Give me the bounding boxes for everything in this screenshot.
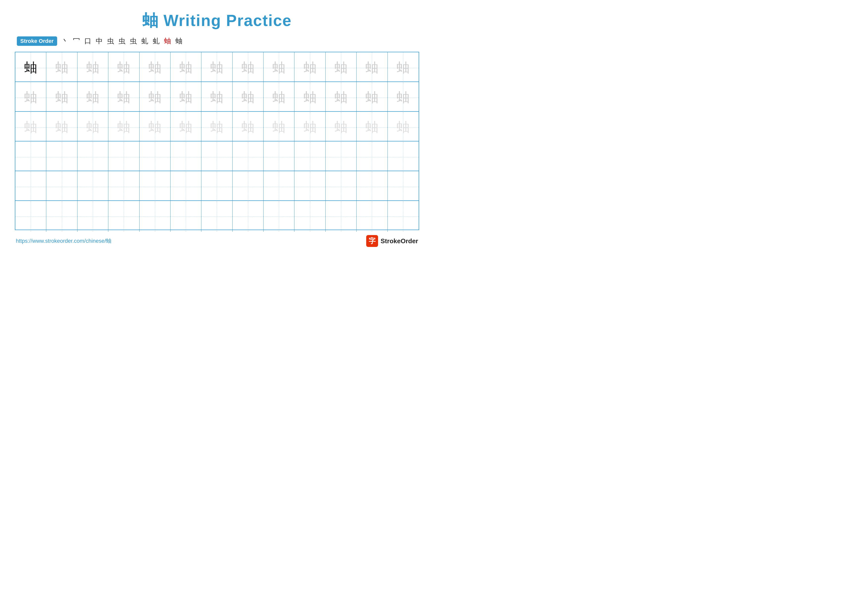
grid-cell[interactable]: 蚰 xyxy=(46,112,77,143)
grid-cell[interactable]: 蚰 xyxy=(326,112,356,143)
grid-cell[interactable]: 蚰 xyxy=(202,82,232,113)
grid-cell[interactable]: 蚰 xyxy=(46,52,77,83)
grid-cell[interactable] xyxy=(264,201,294,232)
grid-cell[interactable] xyxy=(356,141,388,173)
stroke-order-badge: Stroke Order xyxy=(17,36,57,46)
grid-cell[interactable]: 蚰 xyxy=(356,82,388,113)
grid-cell[interactable] xyxy=(170,201,202,232)
grid-cell[interactable]: 蚰 xyxy=(264,82,294,113)
grid-cell[interactable] xyxy=(108,201,139,232)
grid-cell[interactable] xyxy=(140,201,170,232)
grid-cell[interactable] xyxy=(326,201,356,232)
grid-cell[interactable] xyxy=(140,141,170,173)
grid-row-3: 蚰 蚰 蚰 蚰 蚰 蚰 蚰 蚰 蚰 蚰 蚰 蚰 蚰 xyxy=(16,112,418,141)
grid-cell[interactable] xyxy=(16,201,46,232)
grid-cell[interactable] xyxy=(356,201,388,232)
grid-cell[interactable] xyxy=(46,171,77,202)
grid-cell[interactable]: 蚰 xyxy=(170,112,202,143)
grid-cell[interactable]: 蚰 xyxy=(202,52,232,83)
title-char: 蚰 xyxy=(142,12,159,30)
grid-cell[interactable]: 蚰 xyxy=(140,82,170,113)
grid-cell[interactable] xyxy=(388,201,418,232)
stroke-step-2: 冖 xyxy=(73,36,80,46)
grid-cell[interactable] xyxy=(202,201,232,232)
stroke-step-6: 虫 xyxy=(119,36,126,46)
grid-cell[interactable]: 蚰 xyxy=(202,112,232,143)
grid-cell[interactable]: 蚰 xyxy=(356,112,388,143)
grid-cell[interactable]: 蚰 xyxy=(78,112,108,143)
grid-cell[interactable] xyxy=(170,141,202,173)
grid-cell[interactable] xyxy=(108,171,139,202)
grid-cell[interactable] xyxy=(202,171,232,202)
grid-cell[interactable]: 蚰 xyxy=(232,112,264,143)
grid-cell[interactable] xyxy=(46,201,77,232)
title-text: Writing Practice xyxy=(159,12,292,30)
grid-cell[interactable]: 蚰 xyxy=(108,82,139,113)
grid-cell[interactable] xyxy=(78,141,108,173)
stroke-step-4: 中 xyxy=(96,36,103,46)
grid-row-5 xyxy=(16,171,418,201)
grid-cell[interactable]: 蚰 xyxy=(78,52,108,83)
grid-cell[interactable]: 蚰 xyxy=(264,52,294,83)
stroke-order-row: Stroke Order 丶 冖 口 中 虫 虫 虫 虬 虬 蚰 蚰 xyxy=(15,36,419,46)
stroke-step-1: 丶 xyxy=(62,36,68,46)
grid-cell[interactable]: 蚰 xyxy=(16,112,46,143)
grid-cell[interactable] xyxy=(388,141,418,173)
grid-cell[interactable]: 蚰 xyxy=(326,52,356,83)
grid-cell[interactable] xyxy=(294,141,326,173)
footer-logo: 字 StrokeOrder xyxy=(366,235,418,247)
grid-cell[interactable]: 蚰 xyxy=(232,82,264,113)
grid-cell[interactable] xyxy=(16,141,46,173)
grid-cell[interactable] xyxy=(78,201,108,232)
stroke-step-3: 口 xyxy=(84,36,91,46)
grid-cell[interactable] xyxy=(202,141,232,173)
grid-cell[interactable]: 蚰 xyxy=(108,112,139,143)
grid-cell[interactable] xyxy=(78,171,108,202)
grid-cell[interactable]: 蚰 xyxy=(140,52,170,83)
grid-cell[interactable] xyxy=(294,171,326,202)
grid-cell[interactable] xyxy=(356,171,388,202)
stroke-step-10: 蚰 xyxy=(164,36,171,46)
grid-cell[interactable]: 蚰 xyxy=(46,82,77,113)
grid-cell[interactable] xyxy=(16,171,46,202)
footer: https://www.strokeorder.com/chinese/蚰 字 … xyxy=(15,235,419,247)
grid-cell[interactable]: 蚰 xyxy=(16,82,46,113)
grid-row-1: 蚰 蚰 蚰 蚰 蚰 蚰 蚰 蚰 蚰 蚰 蚰 蚰 蚰 xyxy=(16,52,418,82)
grid-cell[interactable] xyxy=(232,201,264,232)
stroke-step-7: 虫 xyxy=(130,36,137,46)
grid-cell[interactable]: 蚰 xyxy=(388,82,418,113)
grid-cell[interactable]: 蚰 xyxy=(232,52,264,83)
grid-row-2: 蚰 蚰 蚰 蚰 蚰 蚰 蚰 蚰 蚰 蚰 蚰 蚰 蚰 xyxy=(16,82,418,112)
stroke-step-5: 虫 xyxy=(107,36,114,46)
grid-cell[interactable] xyxy=(326,141,356,173)
grid-cell[interactable]: 蚰 xyxy=(170,52,202,83)
grid-cell[interactable]: 蚰 xyxy=(294,52,326,83)
grid-cell[interactable] xyxy=(294,201,326,232)
grid-cell[interactable] xyxy=(388,171,418,202)
footer-url: https://www.strokeorder.com/chinese/蚰 xyxy=(16,237,112,245)
practice-grid: 蚰 蚰 蚰 蚰 蚰 蚰 蚰 蚰 蚰 蚰 蚰 蚰 蚰 蚰 蚰 蚰 蚰 蚰 xyxy=(15,52,419,230)
grid-cell[interactable]: 蚰 xyxy=(388,112,418,143)
grid-cell[interactable]: 蚰 xyxy=(388,52,418,83)
grid-cell[interactable] xyxy=(232,171,264,202)
grid-cell[interactable]: 蚰 xyxy=(264,112,294,143)
grid-cell[interactable]: 蚰 xyxy=(294,82,326,113)
grid-cell[interactable] xyxy=(264,171,294,202)
grid-cell[interactable]: 蚰 xyxy=(78,82,108,113)
grid-cell[interactable] xyxy=(170,171,202,202)
grid-cell[interactable]: 蚰 xyxy=(140,112,170,143)
grid-cell[interactable] xyxy=(264,141,294,173)
grid-row-6 xyxy=(16,201,418,231)
logo-text: StrokeOrder xyxy=(381,237,418,245)
grid-cell[interactable]: 蚰 xyxy=(356,52,388,83)
grid-cell[interactable]: 蚰 xyxy=(326,82,356,113)
grid-cell[interactable]: 蚰 xyxy=(108,52,139,83)
grid-cell[interactable] xyxy=(326,171,356,202)
grid-cell[interactable] xyxy=(232,141,264,173)
grid-cell[interactable]: 蚰 xyxy=(170,82,202,113)
grid-cell[interactable] xyxy=(108,141,139,173)
grid-cell[interactable]: 蚰 xyxy=(16,52,46,83)
grid-cell[interactable] xyxy=(46,141,77,173)
grid-cell[interactable]: 蚰 xyxy=(294,112,326,143)
grid-cell[interactable] xyxy=(140,171,170,202)
